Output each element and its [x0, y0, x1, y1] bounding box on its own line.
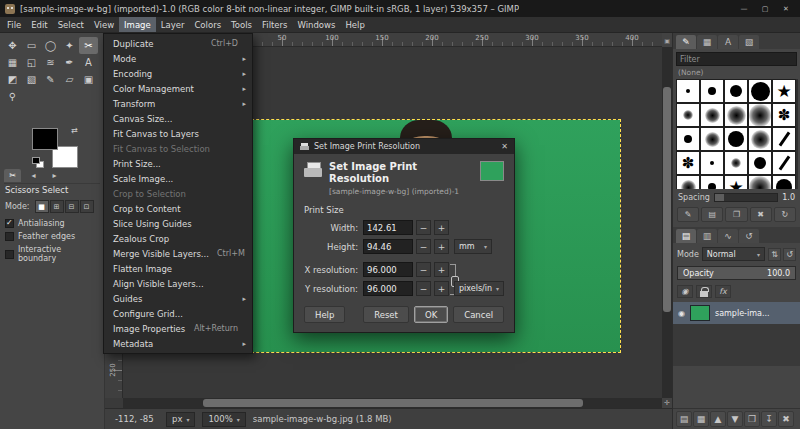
menubar-item[interactable]: Filters	[257, 17, 292, 32]
foreground-color-swatch[interactable]	[32, 128, 58, 150]
layer-mode-switch-button[interactable]: ⇅	[768, 248, 781, 261]
close-button[interactable]: ✕	[777, 2, 795, 15]
menubar-item[interactable]: Edit	[26, 17, 52, 32]
brush-item[interactable]	[772, 79, 796, 103]
maximize-button[interactable]: ▢	[756, 2, 774, 15]
spacing-value[interactable]: 1.0	[782, 193, 795, 202]
image-menu-item[interactable]: Canvas Size...	[104, 111, 252, 126]
x-resolution-input[interactable]	[363, 262, 413, 277]
clone-tool-icon[interactable]: ▣	[79, 71, 98, 88]
image-menu-item[interactable]: Fit Canvas to Layers	[104, 126, 252, 141]
history-tab[interactable]: ↺	[739, 229, 759, 243]
height-increase-button[interactable]: +	[434, 239, 449, 254]
image-menu-item[interactable]: Transform ▸	[104, 96, 252, 111]
vertical-scrollbar[interactable]	[662, 47, 672, 398]
image-menu-item[interactable]: Guides ▸	[104, 291, 252, 306]
ok-button[interactable]: OK	[414, 306, 448, 323]
reset-button[interactable]: Reset	[363, 306, 409, 323]
brush-item[interactable]	[772, 175, 796, 189]
dialog-title-bar[interactable]: Set Image Print Resolution ✕	[294, 139, 514, 154]
edit-brush-button[interactable]: ✎	[677, 207, 699, 222]
brush-item[interactable]	[748, 151, 772, 175]
brush-item[interactable]	[724, 175, 748, 189]
image-menu-item[interactable]: Image Properties Alt+Return	[104, 321, 252, 336]
gradients-tab[interactable]: ▧	[739, 35, 759, 49]
image-menu-item[interactable]: Merge Visible Layers... Ctrl+M	[104, 246, 252, 261]
image-menu-item[interactable]: Fit Canvas to Selection	[104, 141, 252, 156]
paths-tool-icon[interactable]: ✒	[60, 54, 79, 71]
cancel-button[interactable]: Cancel	[453, 306, 504, 323]
menubar-item[interactable]: Select	[53, 17, 89, 32]
image-menu-item[interactable]: Scale Image...	[104, 171, 252, 186]
move-tool-icon[interactable]: ✥	[3, 37, 22, 54]
new-brush-button[interactable]: ▤	[701, 207, 723, 222]
dialog-close-button[interactable]: ✕	[501, 142, 508, 151]
brush-item[interactable]	[724, 151, 748, 175]
zoom-follow-window-toggle[interactable]: ▣	[662, 33, 672, 47]
menubar-item[interactable]: Image	[119, 17, 156, 32]
brush-item[interactable]	[724, 79, 748, 103]
image-menu-item[interactable]: Print Size...	[104, 156, 252, 171]
bucket-fill-tool-icon[interactable]: ◩	[3, 71, 22, 88]
brush-item[interactable]	[700, 103, 724, 127]
dock-scroll-left-icon[interactable]: ◂	[25, 169, 42, 182]
menubar-item[interactable]: Colors	[189, 17, 226, 32]
layer-row[interactable]: ◉ sample-ima...	[673, 302, 800, 324]
height-decrease-button[interactable]: −	[416, 239, 431, 254]
x-resolution-increase-button[interactable]: +	[434, 262, 449, 277]
brush-item[interactable]	[748, 127, 772, 151]
duplicate-layer-button[interactable]: ❐	[744, 411, 760, 427]
layer-visibility-header-icon[interactable]: ◉	[677, 285, 693, 298]
width-input[interactable]	[363, 220, 413, 235]
tool-options-tab[interactable]: ✂	[4, 169, 21, 182]
warp-tool-icon[interactable]: ≋	[41, 54, 60, 71]
fuzzy-select-tool-icon[interactable]: ✦	[60, 37, 79, 54]
brush-item[interactable]	[700, 79, 724, 103]
brush-item[interactable]	[700, 127, 724, 151]
refresh-brushes-button[interactable]: ↻	[774, 207, 796, 222]
new-layer-group-button[interactable]: ▦	[693, 411, 709, 427]
pencil-tool-icon[interactable]: ✎	[41, 71, 60, 88]
tool-option-checkbox[interactable]: Feather edges	[5, 232, 99, 241]
brush-item[interactable]	[700, 175, 724, 189]
width-decrease-button[interactable]: −	[416, 220, 431, 235]
layer-mode-reset-button[interactable]: ↺	[783, 248, 796, 261]
opacity-slider[interactable]: Opacity 100.0	[677, 266, 796, 280]
layer-lock-header-icon[interactable]	[696, 285, 712, 298]
image-menu-item[interactable]: Crop to Selection	[104, 186, 252, 201]
navigation-button[interactable]: ✛	[662, 398, 672, 408]
selection-mode-subtract-button[interactable]: ⊟	[65, 200, 79, 213]
image-menu-item[interactable]: Flatten Image	[104, 261, 252, 276]
layer-visibility-icon[interactable]: ◉	[678, 309, 685, 318]
paths-tab[interactable]: ∿	[718, 229, 738, 243]
brush-item[interactable]	[676, 151, 700, 175]
horizontal-scrollbar[interactable]	[123, 398, 662, 408]
checkbox[interactable]	[5, 250, 14, 259]
brush-item[interactable]	[676, 127, 700, 151]
fonts-tab[interactable]: A	[718, 35, 738, 49]
brush-item[interactable]	[676, 175, 700, 189]
gradient-tool-icon[interactable]: ▧	[22, 71, 41, 88]
delete-layer-button[interactable]: ✖	[778, 411, 794, 427]
tool-option-checkbox[interactable]: Interactive boundary	[5, 245, 99, 263]
width-increase-button[interactable]: +	[434, 220, 449, 235]
checkbox[interactable]	[5, 219, 14, 228]
image-menu-item[interactable]: Zealous Crop	[104, 231, 252, 246]
image-menu-item[interactable]: Slice Using Guides	[104, 216, 252, 231]
minimize-button[interactable]: —	[735, 2, 753, 15]
image-menu-item[interactable]: Duplicate Ctrl+D	[104, 36, 252, 51]
selection-mode-replace-button[interactable]: ■	[35, 200, 49, 213]
selection-mode-intersect-button[interactable]: ⊡	[80, 200, 94, 213]
transform-tool-icon[interactable]: ◱	[22, 54, 41, 71]
tool-option-checkbox[interactable]: Antialiasing	[5, 219, 99, 228]
menubar-item[interactable]: File	[2, 17, 26, 32]
x-resolution-decrease-button[interactable]: −	[416, 262, 431, 277]
brushes-tab[interactable]: ✎	[676, 35, 696, 49]
duplicate-brush-button[interactable]: ❐	[725, 207, 747, 222]
horizontal-scrollbar-thumb[interactable]	[203, 399, 583, 407]
scissors-select-tool-icon[interactable]: ✂	[79, 37, 98, 54]
selection-mode-add-button[interactable]: ⊞	[50, 200, 64, 213]
channels-tab[interactable]: ▥	[697, 229, 717, 243]
image-menu-item[interactable]: Align Visible Layers...	[104, 276, 252, 291]
image-menu-item[interactable]: Configure Grid...	[104, 306, 252, 321]
